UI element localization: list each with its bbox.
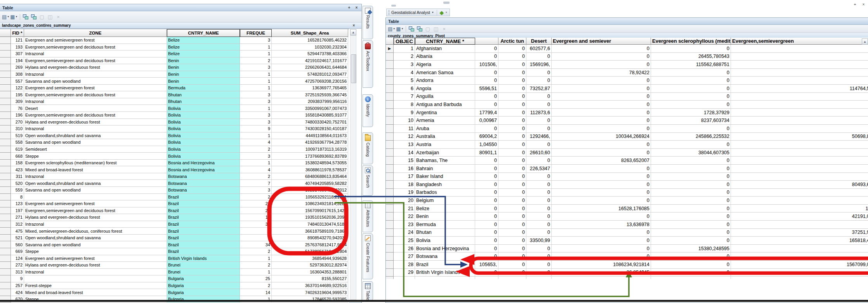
row-selector[interactable] (0, 71, 11, 78)
cell-fid[interactable]: 271 (11, 214, 24, 221)
cell-desert[interactable]: 602577,6 (526, 45, 552, 53)
cell-fid[interactable]: 257 (11, 282, 24, 289)
cell-freque[interactable]: 1 (240, 78, 272, 85)
left-table-tab-name[interactable]: landscape_zones_contires_summary (2, 23, 71, 28)
cell-sum-shape-area[interactable]: 47257069208,230156 (272, 78, 348, 85)
cell-unnamed[interactable]: 1,04550 (475, 141, 498, 149)
table-row[interactable]: 27Botswana00000 (386, 252, 868, 261)
cell-fid[interactable]: 475 (11, 228, 24, 235)
row-selector[interactable] (0, 125, 11, 132)
cell-evergreen-semievergreen[interactable]: 8263,652007 (552, 157, 651, 165)
cell-zone[interactable]: Savanna and open woodland (24, 78, 167, 85)
table-row[interactable]: 521Open woodland,shrubland and savannaBr… (0, 235, 349, 242)
cell-desert[interactable]: 0 (526, 212, 552, 221)
cell-fid[interactable]: 559 (11, 187, 24, 194)
cell-objectid[interactable]: 14 (394, 149, 415, 157)
cell-objectid[interactable]: 4 (394, 69, 415, 77)
dock-tab-catalog[interactable]: Catalog (363, 132, 373, 164)
column-header-sumshapearea[interactable]: SUM_Shape_Area (272, 29, 348, 37)
row-selector[interactable] (386, 221, 394, 229)
table-row[interactable]: 423Mixed and broad-leaved forestBosnia a… (0, 166, 349, 173)
cell-evergreen-sclerophyllous[interactable]: 0 (651, 237, 731, 245)
row-selector[interactable] (0, 50, 11, 57)
table-row[interactable]: 124Evergreen and semievergreen forestBri… (0, 255, 349, 262)
column-header-arctic[interactable]: Arctic tun (498, 38, 526, 45)
table-row[interactable]: 557Savanna and open woodlandBenin1472570… (0, 78, 349, 85)
cell-arctic-tundra[interactable]: 0 (498, 141, 526, 149)
cell-fid[interactable]: 272 (11, 262, 24, 269)
cell-sum-shape-area[interactable]: 33500991067,007473 (272, 105, 348, 112)
zoom-to-selected-button[interactable]: ◫ (47, 13, 54, 21)
table-row[interactable]: 29British Virgin Islands00036,8549450 (386, 269, 868, 277)
cell-evergreen-semievergreen-deciduous[interactable]: 1,0 (731, 205, 868, 213)
table-row[interactable]: 195Evergreen,semievergreen and deciduous… (0, 91, 349, 98)
cell-freque[interactable]: 3 (240, 153, 272, 160)
table-row[interactable]: 122Evergreen and semievergreen forestBer… (0, 85, 349, 92)
cell-zone[interactable]: Evergreen,semievergreen and deciduous fo… (24, 44, 167, 51)
cell-arctic-tundra[interactable]: 0 (498, 165, 526, 173)
row-selector[interactable] (386, 245, 394, 253)
scroll-up-button[interactable]: ▲ (350, 29, 356, 35)
row-selector[interactable] (0, 153, 11, 160)
cell-desert[interactable]: 0 (526, 125, 552, 133)
cell-cntry-name[interactable]: Algeria (415, 61, 475, 69)
cell-zone[interactable]: Evergreen,semievergreen and deciduous fo… (24, 207, 167, 214)
dock-tab-results[interactable]: Results (363, 6, 373, 39)
cell-evergreen-semievergreen[interactable]: 0 (552, 237, 651, 245)
cell-unnamed[interactable]: 0 (475, 125, 498, 133)
cell-sum-shape-area[interactable]: 51738056716,342804 (272, 248, 348, 255)
cell-evergreen-sclerophyllous[interactable]: 0 (651, 197, 731, 205)
row-selector[interactable] (0, 255, 11, 262)
cell-evergreen-semievergreen-deciduous[interactable] (731, 173, 868, 181)
cell-arctic-tundra[interactable]: 0 (498, 237, 526, 245)
row-selector[interactable] (0, 173, 11, 180)
cell-cntry-name[interactable]: Bulgaria (167, 289, 240, 296)
cell-desert[interactable]: 0 (526, 197, 552, 205)
related-tables-button[interactable]: ▦▼ (396, 25, 403, 33)
cell-desert[interactable]: 1569196, (526, 61, 552, 69)
cell-evergreen-semievergreen[interactable]: 0 (552, 45, 651, 53)
cell-cntry-name[interactable]: British Virgin Islands (415, 269, 475, 277)
table-row[interactable]: 271Hylaea and evergreen-deciduous forest… (0, 214, 349, 221)
cell-cntry-name[interactable]: Argentina (415, 109, 475, 117)
cell-fid[interactable]: 310 (11, 125, 24, 132)
cell-unnamed[interactable]: 0 (475, 45, 498, 53)
table-row[interactable]: 24Bhutan0000037251,92 (386, 229, 868, 237)
cell-cntry-name[interactable]: Azerbaijan (415, 149, 475, 157)
cell-desert[interactable]: 0 (526, 229, 552, 237)
cell-sum-shape-area[interactable]: 16528176085,46232 (272, 37, 348, 44)
table-row[interactable]: 520Open woodland,shrubland and savannaBo… (0, 180, 349, 187)
cell-zone[interactable]: Intrazonal (24, 50, 167, 57)
cell-evergreen-semievergreen-deciduous[interactable] (731, 53, 868, 61)
cell-zone[interactable]: Intrazonal (24, 98, 167, 105)
cell-zone[interactable]: Evergreen sclerophyllous (mediterranean)… (24, 160, 167, 167)
table-row[interactable]: 17Baker Island00000 (386, 173, 868, 181)
cell-evergreen-semievergreen[interactable]: 0 (552, 252, 651, 261)
cell-evergreen-semievergreen[interactable]: 16528,176085 (552, 205, 651, 213)
cell-cntry-name[interactable]: Anguilla (415, 93, 475, 101)
row-selector[interactable] (0, 248, 11, 255)
cell-arctic-tundra[interactable]: 0 (498, 109, 526, 117)
cell-evergreen-semievergreen-deciduous[interactable] (731, 77, 868, 85)
row-selector[interactable] (386, 53, 394, 61)
row-selector[interactable] (0, 187, 11, 194)
cell-objectid[interactable]: 9 (394, 109, 415, 117)
row-selector[interactable] (386, 229, 394, 237)
cell-cntry-name[interactable]: Bolivia (415, 237, 475, 245)
cell-desert[interactable]: 33500,99 (526, 237, 552, 245)
table-row[interactable]: 311IntrazonalBotswana268480688613,835464 (0, 173, 349, 180)
cell-fid[interactable]: 9 (11, 275, 24, 282)
table-row[interactable]: 28Brazil105653,001086234,92181401567099,… (386, 261, 868, 269)
cell-freque[interactable]: 3 (240, 112, 272, 119)
cell-desert[interactable]: 0 (526, 157, 552, 165)
cell-fid[interactable]: 196 (11, 112, 24, 119)
row-selector[interactable] (0, 228, 11, 235)
cell-desert[interactable]: 26610,60 (526, 149, 552, 157)
column-header-freque[interactable]: FREQUE (240, 29, 272, 37)
cell-freque[interactable]: 34 (240, 241, 272, 248)
cell-desert[interactable] (526, 277, 552, 279)
row-selector[interactable] (0, 57, 11, 64)
table-row[interactable]: 424Mixed and broad-leaved forestBulgaria… (0, 289, 349, 296)
table-row[interactable]: 26Bosnia and Herzegovina000015380,248595 (386, 245, 868, 253)
row-selector[interactable] (0, 214, 11, 221)
